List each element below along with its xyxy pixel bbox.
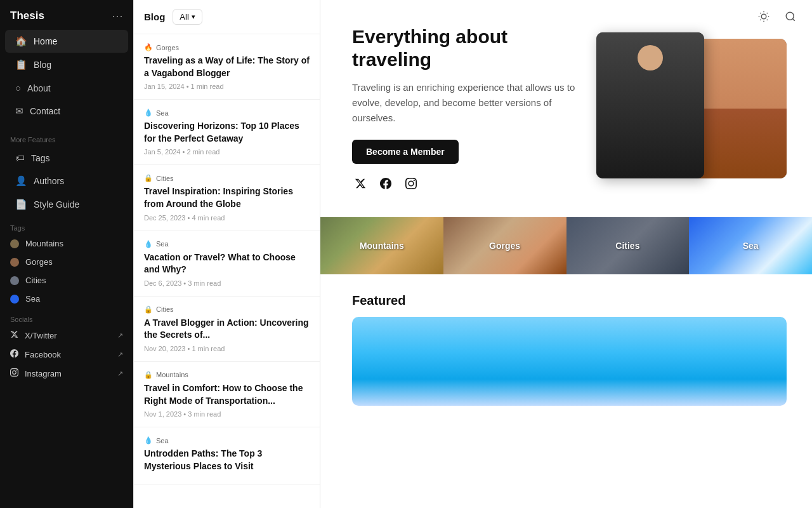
social-item-facebook[interactable]: Facebook↗ xyxy=(0,345,133,364)
category-card-gorges[interactable]: Gorges xyxy=(443,217,566,274)
blog-icon: 📋 xyxy=(15,59,27,70)
blog-post-title: Traveling as a Way of Life: The Story of… xyxy=(144,55,310,79)
sidebar-item-contact[interactable]: ✉Contact xyxy=(5,100,128,123)
sidebar-label-about: About xyxy=(27,83,51,93)
blog-post-title: Vacation or Travel? What to Choose and W… xyxy=(144,251,310,276)
category-card-label-mountains: Mountains xyxy=(320,217,443,274)
instagram-social-icon[interactable] xyxy=(403,175,419,192)
category-label: Sea xyxy=(156,240,169,248)
tag-dot-sea xyxy=(10,295,19,304)
tag-label-cities: Cities xyxy=(25,276,46,285)
blog-post-title: Travel in Comfort: How to Choose the Rig… xyxy=(144,382,310,407)
featured-section: Featured xyxy=(320,293,812,418)
search-icon[interactable] xyxy=(782,8,799,25)
tag-item-gorges[interactable]: Gorges xyxy=(0,253,133,271)
category-card-cities[interactable]: Cities xyxy=(566,217,690,274)
blog-post-item[interactable]: 🔒 Cities Travel Inspiration: Inspiring S… xyxy=(134,165,320,231)
svg-line-3 xyxy=(760,13,761,13)
style-guide-icon: 📄 xyxy=(15,199,27,210)
sidebar-item-home[interactable]: 🏠Home xyxy=(5,30,128,53)
category-label: Mountains xyxy=(156,371,188,378)
tag-item-mountains[interactable]: Mountains xyxy=(0,234,133,253)
x-twitter-social-icon[interactable] xyxy=(352,175,369,192)
hero-image-container xyxy=(584,32,787,185)
sidebar-item-about[interactable]: ○About xyxy=(5,77,128,99)
category-card-mountains[interactable]: Mountains xyxy=(320,217,443,274)
blog-post-meta: Dec 25, 2023 • 4 min read xyxy=(144,214,310,222)
category-icon: 🔥 xyxy=(144,43,153,51)
sidebar-menu-icon[interactable]: ⋯ xyxy=(112,9,123,23)
social-label-instagram: Instagram xyxy=(25,369,62,378)
svg-line-4 xyxy=(767,20,768,20)
sidebar-item-style-guide[interactable]: 📄Style Guide xyxy=(5,193,128,216)
category-card-sea[interactable]: Sea xyxy=(689,217,812,274)
category-card-label-cities: Cities xyxy=(566,217,690,274)
featured-image xyxy=(352,317,787,406)
instagram-icon xyxy=(10,368,18,378)
blog-post-title: Untrodden Paths: The Top 3 Mysterious Pl… xyxy=(144,448,310,472)
hero-image-front xyxy=(596,32,704,178)
sidebar: Thesis ⋯ 🏠Home📋Blog○About✉Contact More F… xyxy=(0,0,133,508)
blog-post-item[interactable]: 💧 Sea Discovering Horizons: Top 10 Place… xyxy=(134,100,320,165)
external-link-icon: ↗ xyxy=(117,370,123,378)
x-twitter-icon xyxy=(10,330,18,340)
sidebar-label-contact: Contact xyxy=(30,106,60,116)
blog-post-category: 💧 Sea xyxy=(144,240,310,248)
theme-toggle-icon[interactable] xyxy=(755,8,773,25)
blog-post-item[interactable]: 🔥 Gorges Traveling as a Way of Life: The… xyxy=(134,34,320,100)
blog-post-category: 🔒 Cities xyxy=(144,305,310,314)
social-item-instagram[interactable]: Instagram↗ xyxy=(0,364,133,383)
become-member-button[interactable]: Become a Member xyxy=(352,140,459,164)
blog-post-category: 🔥 Gorges xyxy=(144,43,310,51)
category-icon: 💧 xyxy=(144,240,153,248)
socials-label: Socials xyxy=(0,308,133,326)
blog-list: Blog All ▾ 🔥 Gorges Traveling as a Way o… xyxy=(133,0,320,508)
featured-title: Featured xyxy=(352,293,787,308)
socials-list: X/Twitter↗Facebook↗Instagram↗ xyxy=(0,326,133,383)
social-label-facebook: Facebook xyxy=(25,350,61,359)
tag-item-sea[interactable]: Sea xyxy=(0,290,133,308)
blog-post-category: 🔒 Cities xyxy=(144,174,310,182)
category-card-label-gorges: Gorges xyxy=(443,217,566,274)
category-cards: Mountains Gorges Cities Sea xyxy=(320,217,812,293)
blog-post-item[interactable]: 💧 Sea Untrodden Paths: The Top 3 Mysteri… xyxy=(134,427,320,485)
topbar xyxy=(755,8,799,25)
category-label: Cities xyxy=(156,305,174,313)
blog-post-category: 💧 Sea xyxy=(144,436,310,444)
category-icon: 💧 xyxy=(144,109,153,117)
tag-label-mountains: Mountains xyxy=(25,239,63,248)
tags-label: Tags xyxy=(0,217,133,234)
svg-line-8 xyxy=(767,13,768,13)
hero-section: Everything about traveling Traveling is … xyxy=(320,0,812,217)
category-icon: 🔒 xyxy=(144,174,153,182)
blog-post-category: 💧 Sea xyxy=(144,109,310,117)
blog-filter-dropdown[interactable]: All ▾ xyxy=(173,9,202,25)
sidebar-item-blog[interactable]: 📋Blog xyxy=(5,53,128,76)
sidebar-item-tags[interactable]: 🏷Tags xyxy=(5,147,128,169)
tags-list: MountainsGorgesCitiesSea xyxy=(0,234,133,308)
tags-icon: 🏷 xyxy=(15,152,25,163)
blog-post-item[interactable]: 🔒 Mountains Travel in Comfort: How to Ch… xyxy=(134,362,320,427)
social-item-x-twitter[interactable]: X/Twitter↗ xyxy=(0,326,133,345)
tag-item-cities[interactable]: Cities xyxy=(0,271,133,290)
blog-post-meta: Jan 5, 2024 • 2 min read xyxy=(144,148,310,156)
blog-post-meta: Dec 6, 2023 • 3 min read xyxy=(144,279,310,287)
blog-post-item[interactable]: 💧 Sea Vacation or Travel? What to Choose… xyxy=(134,231,320,297)
sidebar-nav: 🏠Home📋Blog○About✉Contact xyxy=(0,29,133,128)
contact-icon: ✉ xyxy=(15,105,23,117)
hero-text: Everything about traveling Traveling is … xyxy=(352,25,584,192)
more-features-label: More Features xyxy=(0,128,133,146)
blog-post-meta: Jan 15, 2024 • 1 min read xyxy=(144,83,310,90)
blog-post-category: 🔒 Mountains xyxy=(144,371,310,379)
blog-post-item[interactable]: 🔒 Cities A Travel Blogger in Action: Unc… xyxy=(134,297,320,362)
sidebar-item-authors[interactable]: 👤Authors xyxy=(5,170,128,192)
category-icon: 🔒 xyxy=(144,371,153,379)
blog-post-meta: Nov 20, 2023 • 1 min read xyxy=(144,345,310,352)
tag-dot-gorges xyxy=(10,258,19,267)
category-icon: 🔒 xyxy=(144,305,153,314)
sidebar-label-blog: Blog xyxy=(34,60,51,70)
social-label-x-twitter: X/Twitter xyxy=(25,331,57,340)
facebook-social-icon[interactable] xyxy=(377,175,394,192)
tag-label-sea: Sea xyxy=(25,294,40,304)
category-label: Sea xyxy=(156,109,169,117)
